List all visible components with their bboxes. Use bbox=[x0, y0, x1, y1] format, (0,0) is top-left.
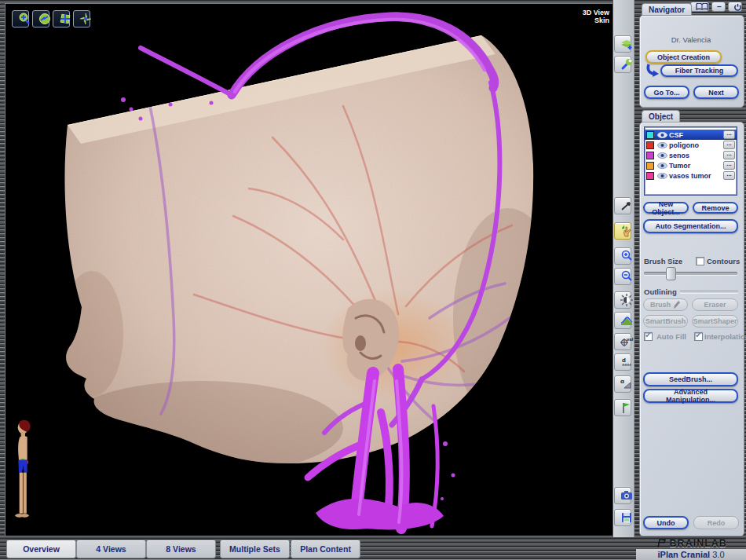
3d-viewport[interactable]: 3D View Skin bbox=[5, 3, 613, 536]
pointer-arrow-icon bbox=[620, 199, 634, 213]
contours-label: Contours bbox=[707, 257, 740, 265]
seedbrush-button[interactable]: SeedBrush... bbox=[643, 372, 738, 386]
pointer-tool-button[interactable] bbox=[614, 197, 631, 214]
save-button[interactable] bbox=[614, 509, 631, 526]
view-name: 3D View bbox=[583, 9, 609, 16]
eraser-tool-button[interactable]: Eraser bbox=[692, 298, 738, 311]
product-version: 3.0 bbox=[712, 550, 724, 559]
product-name: iPlan Cranial bbox=[658, 550, 711, 559]
viewport-rotate-button[interactable] bbox=[32, 10, 49, 27]
object-name: CSF bbox=[669, 131, 683, 139]
rotate-spin-icon bbox=[38, 12, 52, 26]
color-swatch[interactable] bbox=[646, 172, 654, 180]
auto-fill-checkbox[interactable]: ✓ bbox=[644, 332, 653, 341]
visibility-eye-icon[interactable] bbox=[657, 163, 667, 169]
visibility-eye-icon[interactable] bbox=[657, 152, 667, 159]
histogram-icon bbox=[620, 313, 634, 328]
zoom-in-icon bbox=[620, 249, 634, 263]
viewport-pan-button[interactable] bbox=[73, 10, 90, 27]
current-step-object-creation-button[interactable]: Object Creation bbox=[645, 50, 722, 64]
brush-size-slider-handle[interactable] bbox=[666, 267, 676, 280]
remove-object-button[interactable]: Remove bbox=[693, 202, 738, 214]
color-swatch[interactable] bbox=[646, 162, 654, 170]
brush-tool-button[interactable]: Brush bbox=[643, 298, 688, 311]
minimize-button[interactable]: – bbox=[711, 2, 726, 12]
settings-wrench-button[interactable] bbox=[614, 56, 631, 73]
viewport-zoom-button[interactable] bbox=[12, 10, 29, 27]
object-row-senos[interactable]: senos ... bbox=[645, 150, 737, 160]
angle-icon: α bbox=[620, 377, 634, 391]
object-row-tumor[interactable]: Tumor ... bbox=[645, 160, 737, 170]
tab-overview[interactable]: Overview bbox=[6, 540, 76, 558]
object-list: CSF ... poligono ... senos ... Tumor ...… bbox=[644, 126, 737, 196]
zoom-magnifier-icon bbox=[17, 12, 31, 26]
contours-checkbox[interactable] bbox=[696, 257, 704, 265]
visibility-eye-icon[interactable] bbox=[657, 173, 667, 179]
object-options-button[interactable]: ... bbox=[723, 171, 735, 180]
object-row-vasos-tumor[interactable]: vasos tumor ... bbox=[645, 170, 737, 181]
object-options-button[interactable]: ... bbox=[723, 130, 735, 139]
auto-segmentation-button[interactable]: Auto Segmentation... bbox=[643, 219, 738, 233]
value-probe-icon: val bbox=[620, 335, 634, 349]
angle-measure-button[interactable]: α bbox=[614, 375, 631, 393]
tab-multiple-sets[interactable]: Multiple Sets bbox=[220, 540, 290, 558]
brightness-contrast-icon bbox=[620, 293, 634, 307]
color-swatch[interactable] bbox=[646, 152, 654, 159]
side-toolbar: val d α bbox=[613, 0, 634, 537]
smartbrush-tool-button[interactable]: SmartBrush bbox=[643, 315, 688, 328]
undo-button[interactable]: Undo bbox=[643, 516, 689, 529]
brush-label: Brush bbox=[650, 301, 671, 309]
new-object-button[interactable]: New Object... bbox=[643, 202, 689, 214]
object-name: vasos tumor bbox=[669, 172, 711, 180]
book-icon bbox=[696, 3, 708, 10]
zoom-in-button[interactable] bbox=[614, 247, 631, 265]
product-version-label: iPlan Cranial 3.0 bbox=[636, 549, 746, 560]
value-probe-button[interactable]: val bbox=[614, 333, 631, 350]
view-mode: Skin bbox=[583, 16, 609, 24]
object-options-button[interactable]: ... bbox=[723, 141, 735, 149]
next-button[interactable]: Next bbox=[693, 86, 739, 99]
smartshaper-tool-button[interactable]: SmartShaper bbox=[692, 315, 738, 328]
floppy-save-icon bbox=[620, 511, 634, 525]
object-row-csf[interactable]: CSF ... bbox=[645, 130, 737, 140]
brush-size-label: Brush Size bbox=[644, 257, 682, 265]
flag-annotation-button[interactable] bbox=[614, 399, 631, 416]
object-row-poligono[interactable]: poligono ... bbox=[645, 140, 737, 150]
interaction-hand-tool-button[interactable] bbox=[614, 222, 631, 240]
product-name-band: iPlan Cranial 3.0 bbox=[636, 549, 746, 560]
color-swatch[interactable] bbox=[646, 131, 654, 139]
outlining-group-label: Outlining bbox=[644, 287, 677, 296]
auto-fill-label: Auto Fill bbox=[656, 332, 686, 341]
color-swatch[interactable] bbox=[646, 141, 654, 149]
windowing-contrast-button[interactable] bbox=[614, 291, 631, 309]
user-name-label: Dr. Valencia bbox=[639, 35, 743, 44]
interpolation-checkbox[interactable]: ✓ bbox=[694, 332, 703, 341]
hand-sparkle-icon bbox=[620, 224, 634, 238]
tab-8-views[interactable]: 8 Views bbox=[146, 540, 216, 558]
visibility-eye-icon[interactable] bbox=[657, 142, 667, 148]
svg-text:val: val bbox=[627, 337, 634, 342]
goto-button[interactable]: Go To... bbox=[644, 86, 689, 99]
snapshot-camera-button[interactable] bbox=[614, 487, 631, 504]
next-step-fiber-tracking-button[interactable]: Fiber Tracking bbox=[660, 64, 738, 77]
interpolation-label: Interpolation bbox=[704, 332, 746, 341]
visibility-eye-icon[interactable] bbox=[657, 132, 667, 138]
outlining-group-line bbox=[680, 291, 738, 294]
zoom-out-button[interactable] bbox=[614, 268, 631, 285]
tab-plan-content[interactable]: Plan Content bbox=[291, 540, 360, 558]
distance-measure-button[interactable]: d bbox=[614, 353, 631, 371]
power-exit-button[interactable] bbox=[728, 2, 742, 12]
svg-text:d: d bbox=[622, 357, 626, 364]
advanced-manipulation-button[interactable]: Advanced Manipulation... bbox=[643, 389, 738, 403]
svg-text:α: α bbox=[620, 378, 624, 385]
data-sets-button[interactable] bbox=[614, 35, 631, 53]
help-book-button[interactable] bbox=[690, 2, 709, 12]
object-options-button[interactable]: ... bbox=[723, 151, 735, 159]
object-options-button[interactable]: ... bbox=[723, 161, 735, 170]
redo-button[interactable]: Redo bbox=[693, 516, 739, 529]
brush-size-slider-track[interactable] bbox=[644, 272, 737, 275]
histogram-levels-button[interactable] bbox=[614, 312, 631, 329]
tab-4-views[interactable]: 4 Views bbox=[76, 540, 146, 558]
layers-add-icon bbox=[620, 37, 634, 51]
viewport-reset-view-button[interactable] bbox=[53, 10, 70, 27]
